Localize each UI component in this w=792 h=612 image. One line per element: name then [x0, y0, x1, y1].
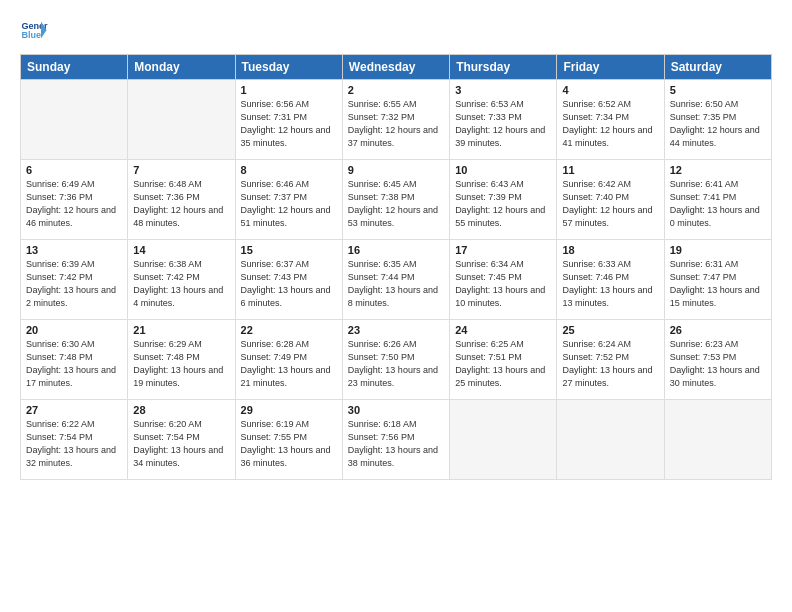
day-number: 6 — [26, 164, 122, 176]
day-info: Sunrise: 6:38 AM Sunset: 7:42 PM Dayligh… — [133, 258, 229, 310]
day-number: 3 — [455, 84, 551, 96]
calendar-day-cell: 7Sunrise: 6:48 AM Sunset: 7:36 PM Daylig… — [128, 160, 235, 240]
calendar-day-cell: 20Sunrise: 6:30 AM Sunset: 7:48 PM Dayli… — [21, 320, 128, 400]
day-info: Sunrise: 6:45 AM Sunset: 7:38 PM Dayligh… — [348, 178, 444, 230]
day-info: Sunrise: 6:25 AM Sunset: 7:51 PM Dayligh… — [455, 338, 551, 390]
calendar-header-row: SundayMondayTuesdayWednesdayThursdayFrid… — [21, 55, 772, 80]
calendar-day-cell: 24Sunrise: 6:25 AM Sunset: 7:51 PM Dayli… — [450, 320, 557, 400]
calendar-day-cell: 25Sunrise: 6:24 AM Sunset: 7:52 PM Dayli… — [557, 320, 664, 400]
calendar-day-cell: 4Sunrise: 6:52 AM Sunset: 7:34 PM Daylig… — [557, 80, 664, 160]
calendar-day-cell — [128, 80, 235, 160]
day-info: Sunrise: 6:50 AM Sunset: 7:35 PM Dayligh… — [670, 98, 766, 150]
day-info: Sunrise: 6:48 AM Sunset: 7:36 PM Dayligh… — [133, 178, 229, 230]
weekday-header: Wednesday — [342, 55, 449, 80]
day-info: Sunrise: 6:55 AM Sunset: 7:32 PM Dayligh… — [348, 98, 444, 150]
calendar-day-cell: 3Sunrise: 6:53 AM Sunset: 7:33 PM Daylig… — [450, 80, 557, 160]
day-number: 19 — [670, 244, 766, 256]
day-info: Sunrise: 6:20 AM Sunset: 7:54 PM Dayligh… — [133, 418, 229, 470]
day-number: 4 — [562, 84, 658, 96]
day-info: Sunrise: 6:37 AM Sunset: 7:43 PM Dayligh… — [241, 258, 337, 310]
page: General Blue SundayMondayTuesdayWednesda… — [0, 0, 792, 612]
calendar-day-cell: 30Sunrise: 6:18 AM Sunset: 7:56 PM Dayli… — [342, 400, 449, 480]
weekday-header: Sunday — [21, 55, 128, 80]
day-info: Sunrise: 6:29 AM Sunset: 7:48 PM Dayligh… — [133, 338, 229, 390]
calendar-week-row: 27Sunrise: 6:22 AM Sunset: 7:54 PM Dayli… — [21, 400, 772, 480]
calendar-day-cell: 27Sunrise: 6:22 AM Sunset: 7:54 PM Dayli… — [21, 400, 128, 480]
calendar-day-cell: 9Sunrise: 6:45 AM Sunset: 7:38 PM Daylig… — [342, 160, 449, 240]
day-number: 30 — [348, 404, 444, 416]
calendar-day-cell: 29Sunrise: 6:19 AM Sunset: 7:55 PM Dayli… — [235, 400, 342, 480]
calendar-week-row: 6Sunrise: 6:49 AM Sunset: 7:36 PM Daylig… — [21, 160, 772, 240]
calendar-day-cell: 13Sunrise: 6:39 AM Sunset: 7:42 PM Dayli… — [21, 240, 128, 320]
calendar-day-cell: 11Sunrise: 6:42 AM Sunset: 7:40 PM Dayli… — [557, 160, 664, 240]
calendar-day-cell: 23Sunrise: 6:26 AM Sunset: 7:50 PM Dayli… — [342, 320, 449, 400]
day-info: Sunrise: 6:26 AM Sunset: 7:50 PM Dayligh… — [348, 338, 444, 390]
day-info: Sunrise: 6:24 AM Sunset: 7:52 PM Dayligh… — [562, 338, 658, 390]
day-number: 7 — [133, 164, 229, 176]
day-number: 16 — [348, 244, 444, 256]
day-number: 20 — [26, 324, 122, 336]
calendar-day-cell: 21Sunrise: 6:29 AM Sunset: 7:48 PM Dayli… — [128, 320, 235, 400]
calendar-day-cell: 16Sunrise: 6:35 AM Sunset: 7:44 PM Dayli… — [342, 240, 449, 320]
day-number: 14 — [133, 244, 229, 256]
svg-text:Blue: Blue — [21, 30, 41, 40]
day-number: 21 — [133, 324, 229, 336]
day-info: Sunrise: 6:53 AM Sunset: 7:33 PM Dayligh… — [455, 98, 551, 150]
day-info: Sunrise: 6:43 AM Sunset: 7:39 PM Dayligh… — [455, 178, 551, 230]
calendar-day-cell: 19Sunrise: 6:31 AM Sunset: 7:47 PM Dayli… — [664, 240, 771, 320]
day-info: Sunrise: 6:35 AM Sunset: 7:44 PM Dayligh… — [348, 258, 444, 310]
day-info: Sunrise: 6:23 AM Sunset: 7:53 PM Dayligh… — [670, 338, 766, 390]
calendar-day-cell — [557, 400, 664, 480]
calendar-day-cell: 5Sunrise: 6:50 AM Sunset: 7:35 PM Daylig… — [664, 80, 771, 160]
day-number: 23 — [348, 324, 444, 336]
day-info: Sunrise: 6:28 AM Sunset: 7:49 PM Dayligh… — [241, 338, 337, 390]
day-number: 28 — [133, 404, 229, 416]
day-info: Sunrise: 6:52 AM Sunset: 7:34 PM Dayligh… — [562, 98, 658, 150]
calendar-day-cell — [450, 400, 557, 480]
day-number: 22 — [241, 324, 337, 336]
weekday-header: Thursday — [450, 55, 557, 80]
day-number: 13 — [26, 244, 122, 256]
calendar-day-cell: 10Sunrise: 6:43 AM Sunset: 7:39 PM Dayli… — [450, 160, 557, 240]
day-info: Sunrise: 6:56 AM Sunset: 7:31 PM Dayligh… — [241, 98, 337, 150]
calendar-day-cell: 28Sunrise: 6:20 AM Sunset: 7:54 PM Dayli… — [128, 400, 235, 480]
calendar-week-row: 13Sunrise: 6:39 AM Sunset: 7:42 PM Dayli… — [21, 240, 772, 320]
day-info: Sunrise: 6:31 AM Sunset: 7:47 PM Dayligh… — [670, 258, 766, 310]
calendar-day-cell — [21, 80, 128, 160]
calendar-day-cell: 12Sunrise: 6:41 AM Sunset: 7:41 PM Dayli… — [664, 160, 771, 240]
calendar-table: SundayMondayTuesdayWednesdayThursdayFrid… — [20, 54, 772, 480]
day-info: Sunrise: 6:18 AM Sunset: 7:56 PM Dayligh… — [348, 418, 444, 470]
calendar-week-row: 20Sunrise: 6:30 AM Sunset: 7:48 PM Dayli… — [21, 320, 772, 400]
day-info: Sunrise: 6:39 AM Sunset: 7:42 PM Dayligh… — [26, 258, 122, 310]
day-number: 18 — [562, 244, 658, 256]
day-info: Sunrise: 6:30 AM Sunset: 7:48 PM Dayligh… — [26, 338, 122, 390]
day-number: 2 — [348, 84, 444, 96]
day-number: 15 — [241, 244, 337, 256]
calendar-day-cell: 2Sunrise: 6:55 AM Sunset: 7:32 PM Daylig… — [342, 80, 449, 160]
calendar-day-cell: 8Sunrise: 6:46 AM Sunset: 7:37 PM Daylig… — [235, 160, 342, 240]
calendar-day-cell — [664, 400, 771, 480]
weekday-header: Saturday — [664, 55, 771, 80]
calendar-day-cell: 15Sunrise: 6:37 AM Sunset: 7:43 PM Dayli… — [235, 240, 342, 320]
day-number: 17 — [455, 244, 551, 256]
day-number: 24 — [455, 324, 551, 336]
day-number: 29 — [241, 404, 337, 416]
day-number: 12 — [670, 164, 766, 176]
day-number: 26 — [670, 324, 766, 336]
day-info: Sunrise: 6:34 AM Sunset: 7:45 PM Dayligh… — [455, 258, 551, 310]
day-number: 5 — [670, 84, 766, 96]
calendar-day-cell: 18Sunrise: 6:33 AM Sunset: 7:46 PM Dayli… — [557, 240, 664, 320]
day-number: 8 — [241, 164, 337, 176]
day-info: Sunrise: 6:33 AM Sunset: 7:46 PM Dayligh… — [562, 258, 658, 310]
calendar-day-cell: 1Sunrise: 6:56 AM Sunset: 7:31 PM Daylig… — [235, 80, 342, 160]
header: General Blue — [20, 16, 772, 44]
day-number: 1 — [241, 84, 337, 96]
day-info: Sunrise: 6:49 AM Sunset: 7:36 PM Dayligh… — [26, 178, 122, 230]
calendar-day-cell: 6Sunrise: 6:49 AM Sunset: 7:36 PM Daylig… — [21, 160, 128, 240]
calendar-day-cell: 17Sunrise: 6:34 AM Sunset: 7:45 PM Dayli… — [450, 240, 557, 320]
calendar-day-cell: 26Sunrise: 6:23 AM Sunset: 7:53 PM Dayli… — [664, 320, 771, 400]
day-number: 11 — [562, 164, 658, 176]
calendar-day-cell: 22Sunrise: 6:28 AM Sunset: 7:49 PM Dayli… — [235, 320, 342, 400]
day-number: 9 — [348, 164, 444, 176]
day-info: Sunrise: 6:46 AM Sunset: 7:37 PM Dayligh… — [241, 178, 337, 230]
